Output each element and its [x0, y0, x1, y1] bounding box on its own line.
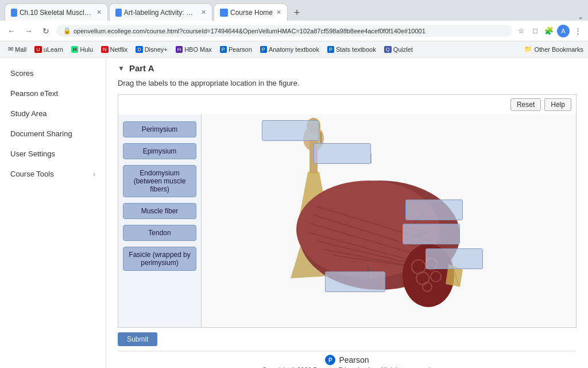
sidebar-scores-label: Scores: [10, 69, 33, 78]
bookmark-quizlet-label: Quizlet: [393, 46, 413, 53]
drop-box-6[interactable]: [325, 271, 385, 292]
tab3-title: Course Home: [230, 9, 273, 17]
sidebar-item-user-settings[interactable]: User Settings: [0, 144, 106, 164]
bookmark-hulu[interactable]: H Hulu: [68, 45, 96, 54]
url-text: openvellum.ecollege.com/course.html?cour…: [74, 28, 505, 34]
bookmark-pearson[interactable]: P Pearson: [216, 45, 256, 54]
bookmark-anatomy[interactable]: P Anatomy textbook: [257, 45, 323, 54]
tab2-close[interactable]: ✕: [201, 9, 206, 16]
toolbar: Reset Help: [118, 95, 576, 114]
drop-box-5[interactable]: [425, 248, 483, 269]
submit-button[interactable]: Submit: [118, 332, 157, 346]
other-bookmarks-label: Other Bookmarks: [534, 46, 583, 53]
url-bar[interactable]: 🔒 openvellum.ecollege.com/course.html?co…: [56, 25, 512, 37]
cast-icon[interactable]: □: [529, 25, 541, 37]
drag-label-2[interactable]: Endomysium (between muscle fibers): [123, 165, 196, 197]
sidebar-item-pearson-etext[interactable]: Pearson eText: [0, 83, 106, 103]
tab-2[interactable]: Art-labeling Activity: Connecti... ✕: [109, 3, 212, 21]
drop-box-3[interactable]: [405, 200, 463, 220]
pearson-logo: P Pearson: [118, 355, 577, 365]
other-bookmarks-button[interactable]: 📁 Other Bookmarks: [524, 45, 583, 53]
menu-icon[interactable]: ⋮: [572, 25, 583, 37]
bookmark-anatomy-label: Anatomy textbook: [269, 46, 319, 53]
sidebar-etext-label: Pearson eText: [10, 89, 58, 98]
forward-button[interactable]: →: [22, 24, 36, 38]
extension-icon[interactable]: 🧩: [543, 25, 555, 37]
refresh-button[interactable]: ↻: [39, 24, 53, 38]
bookmarks-bar: ✉ Mail U uLearn H Hulu N Netflix D Disne…: [0, 41, 588, 57]
part-label: Part A: [129, 63, 154, 73]
bookmark-star-icon[interactable]: ☆: [516, 25, 527, 37]
drag-label-3[interactable]: Muscle fiber: [123, 203, 196, 219]
bookmark-netflix[interactable]: N Netflix: [98, 45, 131, 54]
stats-favicon: P: [327, 46, 334, 53]
bookmark-hbomax[interactable]: H HBO Max: [172, 45, 215, 54]
pearson-logo-circle: P: [325, 355, 335, 365]
netflix-favicon: N: [101, 46, 109, 53]
disney-favicon: D: [136, 46, 143, 53]
sidebar-item-document-sharing[interactable]: Document Sharing: [0, 124, 106, 144]
tab2-title: Art-labeling Activity: Connecti...: [124, 9, 198, 17]
drag-area: Perimysium Epimysium Endomysium (between…: [118, 114, 576, 327]
bookmark-stats-label: Stats textbook: [336, 46, 376, 53]
drag-label-0[interactable]: Perimysium: [123, 121, 196, 137]
address-bar: ← → ↻ 🔒 openvellum.ecollege.com/course.h…: [0, 21, 588, 41]
bookmark-disney[interactable]: D Disney+: [132, 45, 171, 54]
ulearn-favicon: U: [34, 46, 42, 53]
drop-box-4[interactable]: [403, 224, 460, 244]
tab-bar: Ch.10 Skeletal Muscle Tissue | ✕ Art-lab…: [0, 0, 588, 21]
tab-3[interactable]: Course Home ✕: [214, 3, 288, 21]
bookmark-mail-label: Mail: [15, 46, 26, 53]
content-area: ▼ Part A Drag the labels to the appropri…: [106, 57, 588, 368]
help-button[interactable]: Help: [544, 98, 571, 111]
quizlet-favicon: Q: [384, 46, 392, 53]
sidebar-item-scores[interactable]: Scores: [0, 63, 106, 83]
sidebar-usersettings-label: User Settings: [10, 150, 55, 158]
hulu-favicon: H: [71, 46, 79, 53]
tab3-close[interactable]: ✕: [276, 9, 281, 16]
tab2-favicon: [115, 9, 122, 17]
drop-box-1[interactable]: [262, 120, 319, 141]
chevron-right-icon: ›: [93, 170, 95, 178]
drag-label-4[interactable]: Tendon: [123, 225, 196, 241]
tab-overflow-button[interactable]: ⌄: [578, 13, 588, 21]
drag-label-1[interactable]: Epimysium: [123, 143, 196, 159]
activity-area: Reset Help Perimysium Epimysium Endomysi…: [118, 94, 577, 328]
bottom-nav: Submit: [118, 328, 577, 351]
anatomy-favicon: P: [260, 46, 267, 53]
bookmark-quizlet[interactable]: Q Quizlet: [381, 45, 416, 54]
part-header: ▼ Part A: [118, 63, 577, 73]
drag-label-5[interactable]: Fasicle (wrapped by perimysium): [123, 247, 196, 271]
bookmark-pearson-label: Pearson: [229, 46, 252, 53]
bookmark-mail[interactable]: ✉ Mail: [5, 44, 30, 54]
tab1-title: Ch.10 Skeletal Muscle Tissue |: [20, 9, 93, 17]
profile-icon[interactable]: A: [557, 25, 570, 37]
sidebar-docsharing-label: Document Sharing: [10, 129, 72, 138]
instruction-text: Drag the labels to the appropriate locat…: [118, 79, 577, 87]
back-button[interactable]: ←: [5, 24, 18, 38]
reset-button[interactable]: Reset: [510, 98, 541, 111]
hbomax-favicon: H: [176, 46, 183, 53]
browser-chrome: Ch.10 Skeletal Muscle Tissue | ✕ Art-lab…: [0, 0, 588, 57]
main-layout: Scores Pearson eText Study Area Document…: [0, 57, 588, 368]
bookmark-hbomax-label: HBO Max: [184, 46, 212, 53]
new-tab-button[interactable]: +: [289, 5, 305, 21]
tab3-favicon: [220, 9, 228, 17]
tab1-favicon: [11, 9, 17, 17]
sidebar-item-study-area[interactable]: Study Area: [0, 103, 106, 124]
bookmark-ulearn[interactable]: U uLearn: [31, 45, 67, 54]
sidebar: Scores Pearson eText Study Area Document…: [0, 57, 106, 368]
bookmark-stats[interactable]: P Stats textbook: [324, 45, 380, 54]
tab-1[interactable]: Ch.10 Skeletal Muscle Tissue | ✕: [5, 3, 108, 21]
bookmark-ulearn-label: uLearn: [44, 46, 63, 53]
bookmark-hulu-label: Hulu: [80, 46, 93, 53]
sidebar-item-course-tools[interactable]: Course Tools ›: [0, 164, 106, 184]
page-footer: P Pearson Copyright © 2022 Pearson Educa…: [118, 351, 577, 368]
pearson-logo-text: Pearson: [339, 355, 369, 365]
sidebar-coursetools-label: Course Tools: [10, 170, 54, 178]
figure-area: [202, 114, 576, 327]
folder-icon: 📁: [524, 45, 532, 53]
tab1-close[interactable]: ✕: [96, 9, 102, 16]
collapse-icon[interactable]: ▼: [118, 64, 125, 72]
drop-box-2[interactable]: [314, 143, 371, 164]
